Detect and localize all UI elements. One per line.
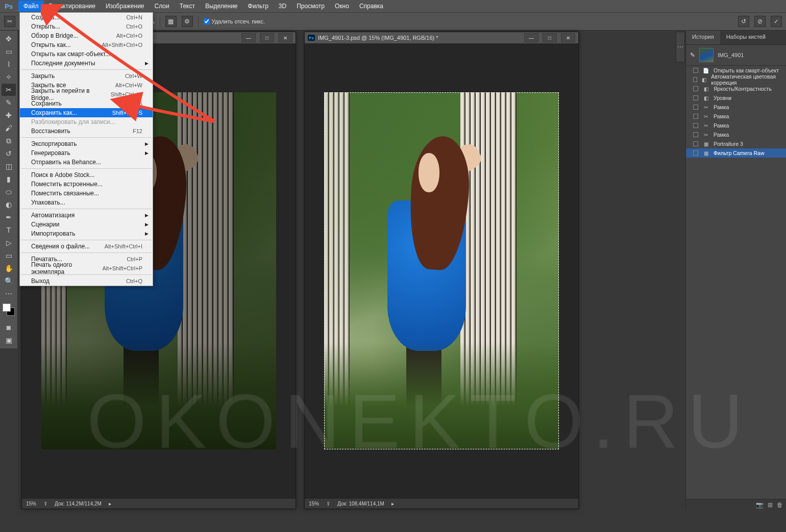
menubar-item-выделение[interactable]: Выделение <box>200 1 243 12</box>
menu-item[interactable]: Генерировать▶ <box>20 148 153 158</box>
menu-item[interactable]: Открыть как смарт-объект... <box>20 49 153 59</box>
move-tool-icon[interactable]: ✥ <box>2 33 16 45</box>
menubar-item-окно[interactable]: Окно <box>330 1 354 12</box>
trash-icon[interactable]: 🗑 <box>777 501 783 509</box>
new-snapshot-icon[interactable]: 📷 <box>756 501 764 509</box>
reset-icon[interactable]: ↺ <box>738 16 749 27</box>
history-step[interactable]: ▦Фильтр Camera Raw <box>686 148 786 158</box>
menu-item[interactable]: Поместить связанные... <box>20 189 153 198</box>
edit-toolbar-icon[interactable]: ⋯ <box>2 288 16 300</box>
menu-item[interactable]: ВыходCtrl+Q <box>20 276 153 286</box>
menu-item[interactable]: Обзор в Bridge...Alt+Ctrl+O <box>20 31 153 40</box>
menubar-item-файл[interactable]: Файл <box>18 1 44 12</box>
color-swatches[interactable] <box>3 303 15 316</box>
menu-item[interactable]: Упаковать... <box>20 198 153 207</box>
eyedropper-tool-icon[interactable]: ✎ <box>2 96 16 109</box>
healing-brush-tool-icon[interactable]: ✚ <box>2 109 16 121</box>
history-source-box[interactable] <box>693 77 697 82</box>
menu-item[interactable]: Печать одного экземпляраAlt+Shift+Ctrl+P <box>20 264 153 273</box>
menubar-item-слои[interactable]: Слои <box>150 1 175 12</box>
menu-item[interactable]: Отправить на Behance... <box>20 158 153 167</box>
close-button[interactable]: ✕ <box>561 33 575 42</box>
doc-info-right[interactable]: Док: 108,4M/114,1M <box>337 501 384 506</box>
menubar-item-изображение[interactable]: Изображение <box>101 1 150 12</box>
menu-item[interactable]: Закрыть и перейти в Bridge...Shift+Ctrl+… <box>20 90 153 99</box>
history-source-box[interactable] <box>693 105 698 110</box>
menu-item[interactable]: Открыть...Ctrl+O <box>20 22 153 31</box>
delete-cropped-checkbox[interactable]: Удалить отсеч. пикс. <box>204 18 265 24</box>
history-step[interactable]: ✂Рамка <box>686 103 786 112</box>
canvas-right[interactable] <box>305 43 578 498</box>
tab-history[interactable]: История <box>686 31 720 44</box>
tab-brush-sets[interactable]: Наборы кистей <box>720 31 772 44</box>
menu-item[interactable]: Поиск в Adobe Stock... <box>20 170 153 180</box>
gradient-tool-icon[interactable]: ▮ <box>2 173 16 185</box>
dodge-tool-icon[interactable]: ◐ <box>2 198 16 211</box>
menu-item[interactable]: Открыть как...Alt+Shift+Ctrl+O <box>20 40 153 49</box>
history-step[interactable]: ▦Portraiture 3 <box>686 139 786 148</box>
panel-collapse-strip[interactable]: ⋯ <box>676 32 685 62</box>
type-tool-icon[interactable]: T <box>2 224 16 236</box>
history-source-box[interactable] <box>693 123 698 128</box>
delete-cropped-input[interactable] <box>204 18 210 24</box>
zoom-tool-icon[interactable]: 🔍 <box>2 275 16 287</box>
history-step[interactable]: ✂Рамка <box>686 121 786 130</box>
pen-tool-icon[interactable]: ✒ <box>2 211 16 223</box>
history-source-box[interactable] <box>693 114 698 119</box>
cancel-crop-icon[interactable]: ⊘ <box>754 16 766 27</box>
snapshot-thumbnail[interactable] <box>699 48 714 62</box>
overlay-options-icon[interactable]: ▦ <box>165 16 177 27</box>
foreground-color-swatch[interactable] <box>3 303 11 312</box>
zoom-level-right[interactable]: 15% <box>309 501 319 506</box>
menu-item[interactable]: Последние документы▶ <box>20 59 153 68</box>
menubar-item-текст[interactable]: Текст <box>175 1 200 12</box>
doc-info-left[interactable]: Док: 114,2M/114,2M <box>55 501 102 506</box>
quickmask-icon[interactable]: ◙ <box>2 321 16 334</box>
history-source-box[interactable] <box>693 95 698 100</box>
menubar-item-справка[interactable]: Справка <box>354 1 388 12</box>
menu-item[interactable]: СохранитьCtrl+S <box>20 99 153 108</box>
menubar-item-редактирование[interactable]: Редактирование <box>44 1 101 12</box>
close-button[interactable]: ✕ <box>278 33 292 42</box>
crop-tool-icon[interactable]: ✂ <box>2 84 16 96</box>
minimize-button[interactable]: — <box>524 33 538 42</box>
history-step[interactable]: ◧Автоматическая цветовая коррекция <box>686 75 786 84</box>
menubar-item-3d[interactable]: 3D <box>274 1 291 12</box>
menu-item[interactable]: Импортировать▶ <box>20 229 153 238</box>
brush-tool-icon[interactable]: 🖌 <box>2 122 16 134</box>
menu-item[interactable]: Сценарии▶ <box>20 220 153 229</box>
clone-stamp-tool-icon[interactable]: ⧉ <box>2 135 16 147</box>
menu-item[interactable]: Экспортировать▶ <box>20 139 153 148</box>
menu-item[interactable]: Создать...Ctrl+N <box>20 13 153 22</box>
chevron-right-icon[interactable]: ▸ <box>391 501 394 506</box>
history-brush-tool-icon[interactable]: ↺ <box>2 147 16 160</box>
chevron-right-icon[interactable]: ▸ <box>109 501 111 506</box>
document-titlebar-right[interactable]: Ps IMG_4901-3.psd @ 15% (IMG_4901, RGB/1… <box>305 32 578 43</box>
blur-tool-icon[interactable]: ⬭ <box>2 186 16 198</box>
history-source-box[interactable] <box>693 86 698 91</box>
new-document-icon[interactable]: ⊞ <box>768 501 773 509</box>
menubar-item-просмотр[interactable]: Просмотр <box>291 1 330 12</box>
menu-item[interactable]: ВосстановитьF12 <box>20 126 153 136</box>
history-step[interactable]: ✂Рамка <box>686 130 786 139</box>
screenmode-icon[interactable]: ▣ <box>2 334 16 346</box>
maximize-button[interactable]: □ <box>543 33 557 42</box>
eraser-tool-icon[interactable]: ◫ <box>2 160 16 172</box>
path-select-tool-icon[interactable]: ▷ <box>2 237 16 249</box>
hand-tool-icon[interactable]: ✋ <box>2 262 16 274</box>
minimize-button[interactable]: — <box>241 33 256 42</box>
history-step[interactable]: ◧Яркость/Контрастность <box>686 84 786 93</box>
menu-item[interactable]: Сведения о файле...Alt+Shift+Ctrl+I <box>20 242 153 251</box>
history-source-box[interactable] <box>693 141 698 146</box>
history-source-box[interactable] <box>693 132 698 137</box>
crop-tool-preset-icon[interactable]: ✂ <box>4 16 15 27</box>
history-source-box[interactable] <box>693 68 698 73</box>
menu-item[interactable]: Автоматизация▶ <box>20 211 153 220</box>
history-step[interactable]: ◧Уровни <box>686 93 786 103</box>
commit-crop-icon[interactable]: ✓ <box>771 16 782 27</box>
history-source-box[interactable] <box>693 150 698 156</box>
lasso-tool-icon[interactable]: ⌇ <box>2 58 16 70</box>
history-step[interactable]: ✂Рамка <box>686 112 786 121</box>
menu-item[interactable]: ЗакрытьCtrl+W <box>20 71 153 81</box>
shape-tool-icon[interactable]: ▭ <box>2 249 16 262</box>
